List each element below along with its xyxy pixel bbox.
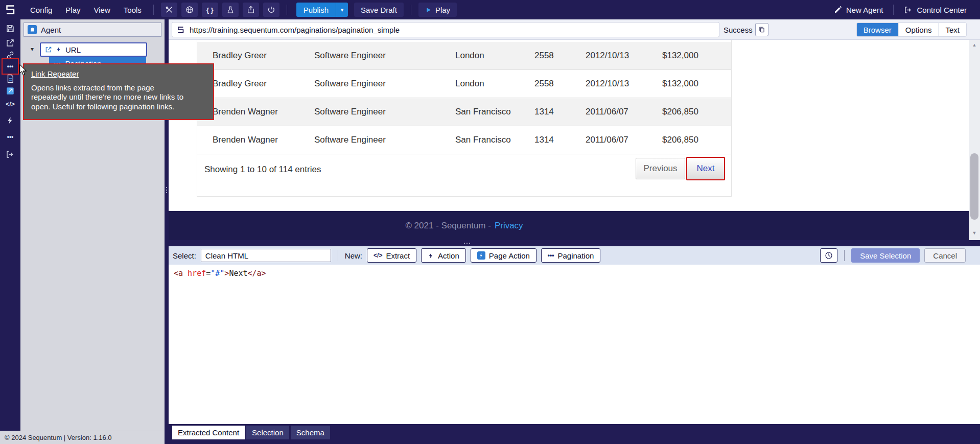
scroll-down-icon[interactable]: ▼ bbox=[969, 229, 980, 237]
separator bbox=[338, 250, 338, 261]
publish-button[interactable]: Publish bbox=[296, 3, 336, 17]
debug-button[interactable] bbox=[222, 3, 239, 17]
exit-button[interactable] bbox=[4, 148, 16, 160]
cell-ext: 2558 bbox=[534, 79, 586, 89]
mouse-cursor bbox=[19, 64, 27, 76]
play-label: Play bbox=[435, 6, 450, 14]
save-agent-button[interactable] bbox=[4, 22, 16, 35]
tab-options[interactable]: Options bbox=[898, 23, 939, 36]
cell-salary: $206,850 bbox=[662, 107, 731, 117]
menu-item-config[interactable]: Config bbox=[24, 6, 59, 14]
extracted-content-view: <a href="#">Next</a> bbox=[169, 265, 980, 424]
cell-office: London bbox=[455, 79, 534, 89]
main-area: Success Browser Options Text Bradley Gre… bbox=[169, 19, 980, 444]
export-icon bbox=[247, 6, 255, 14]
cell-ext: 2558 bbox=[534, 51, 586, 61]
cell-position: Software Engineer bbox=[314, 51, 455, 61]
copy-url-button[interactable] bbox=[755, 23, 768, 36]
new-page-action-button[interactable]: Page Action bbox=[471, 248, 536, 263]
select-label: Select: bbox=[173, 251, 196, 260]
action-command-button[interactable] bbox=[4, 114, 16, 127]
publish-dropdown-caret[interactable]: ▾ bbox=[336, 3, 348, 17]
separator bbox=[153, 5, 154, 15]
clock-icon bbox=[825, 251, 833, 260]
external-link-icon bbox=[6, 38, 15, 48]
tab-schema[interactable]: Schema bbox=[291, 426, 330, 439]
copyright-version-text: © 2024 Sequentum | Version: 1.16.0 bbox=[5, 434, 112, 441]
history-button[interactable] bbox=[820, 248, 837, 263]
horizontal-splitter[interactable] bbox=[169, 240, 980, 246]
ellipsis-icon: ••• bbox=[7, 63, 14, 70]
table-row[interactable]: Brenden Wagner Software Engineer San Fra… bbox=[197, 126, 731, 154]
table-row[interactable]: Bradley Greer Software Engineer London 2… bbox=[197, 70, 731, 98]
scroll-up-icon[interactable]: ▲ bbox=[969, 41, 980, 49]
cell-name: Brenden Wagner bbox=[213, 135, 314, 145]
new-pagination-button[interactable]: ••• Pagination bbox=[541, 248, 601, 263]
app-root: Config Play View Tools { } Publish ▾ Sav… bbox=[0, 0, 980, 444]
ellipsis-icon: ••• bbox=[548, 252, 554, 259]
new-action-button[interactable]: Action bbox=[421, 248, 466, 263]
data-json-button[interactable]: { } bbox=[202, 3, 218, 17]
agent-header[interactable]: Agent bbox=[24, 22, 161, 37]
link-repeater-button[interactable]: ••• bbox=[4, 60, 16, 73]
open-browser-button[interactable] bbox=[4, 85, 16, 97]
cell-position: Software Engineer bbox=[314, 79, 455, 89]
cancel-button[interactable]: Cancel bbox=[924, 248, 966, 263]
save-draft-button[interactable]: Save Draft bbox=[354, 3, 404, 17]
sequentum-logo-icon bbox=[4, 4, 16, 16]
privacy-link[interactable]: Privacy bbox=[495, 221, 523, 231]
lightning-icon bbox=[6, 116, 14, 125]
agent-settings-button[interactable] bbox=[161, 3, 177, 17]
clipboard-icon bbox=[758, 26, 765, 33]
flask-icon bbox=[226, 6, 235, 14]
browser-settings-button[interactable] bbox=[181, 3, 198, 17]
bottom-tab-bar: Extracted Content Selection Schema bbox=[169, 424, 980, 444]
previous-page-button[interactable]: Previous bbox=[636, 158, 685, 179]
top-menu-bar: Config Play View Tools { } Publish ▾ Sav… bbox=[0, 0, 980, 19]
tooltip-title: Link Repeater bbox=[31, 69, 206, 78]
url-input[interactable] bbox=[190, 26, 715, 34]
more-commands-button[interactable]: ••• bbox=[4, 131, 16, 143]
logout-icon bbox=[904, 6, 913, 14]
play-button[interactable]: Play bbox=[418, 3, 457, 17]
menu-item-view[interactable]: View bbox=[87, 6, 117, 14]
new-agent-button[interactable]: New Agent bbox=[829, 6, 889, 14]
browser-scrollbar[interactable]: ▲ ▼ bbox=[969, 40, 980, 240]
save-selection-button[interactable]: Save Selection bbox=[851, 248, 920, 263]
floppy-icon bbox=[6, 24, 15, 33]
document-icon bbox=[6, 74, 15, 83]
code-token: <a bbox=[174, 269, 183, 278]
extract-label: Extract bbox=[386, 251, 410, 260]
tab-selection[interactable]: Selection bbox=[246, 426, 289, 439]
new-extract-button[interactable]: </> Extract bbox=[367, 248, 416, 263]
menu-item-play[interactable]: Play bbox=[59, 6, 87, 14]
page-action-icon bbox=[477, 251, 485, 260]
code-command-button[interactable]: </> bbox=[4, 98, 16, 110]
status-badge: Success bbox=[724, 19, 753, 40]
cell-ext: 1314 bbox=[534, 135, 586, 145]
control-center-button[interactable]: Control Center bbox=[899, 6, 972, 14]
tree-node-url[interactable]: URL bbox=[40, 42, 147, 57]
cell-salary: $132,000 bbox=[662, 51, 731, 61]
tree-expander[interactable]: ▾ bbox=[31, 45, 34, 53]
topbar-right: New Agent Control Center bbox=[829, 5, 972, 15]
separator bbox=[893, 5, 894, 15]
tab-text[interactable]: Text bbox=[938, 23, 966, 36]
document-command-button[interactable] bbox=[4, 73, 16, 85]
tab-browser[interactable]: Browser bbox=[857, 23, 898, 36]
url-box bbox=[172, 22, 719, 37]
separator bbox=[844, 250, 845, 261]
next-page-button[interactable]: Next bbox=[686, 157, 725, 180]
open-url-button[interactable] bbox=[4, 37, 16, 49]
tab-extracted-content[interactable]: Extracted Content bbox=[172, 426, 245, 439]
power-button[interactable] bbox=[263, 3, 279, 17]
export-button[interactable] bbox=[243, 3, 259, 17]
table-row[interactable]: Bradley Greer Software Engineer London 2… bbox=[197, 42, 731, 70]
view-mode-tabs: Browser Options Text bbox=[856, 22, 967, 37]
menu-item-tools[interactable]: Tools bbox=[117, 6, 148, 14]
scrollbar-thumb[interactable] bbox=[970, 153, 978, 220]
cell-office: London bbox=[455, 51, 534, 61]
table-row[interactable]: Brenden Wagner Software Engineer San Fra… bbox=[197, 98, 731, 126]
select-format-input[interactable] bbox=[201, 249, 331, 262]
cell-start-date: 2011/06/07 bbox=[586, 135, 662, 145]
